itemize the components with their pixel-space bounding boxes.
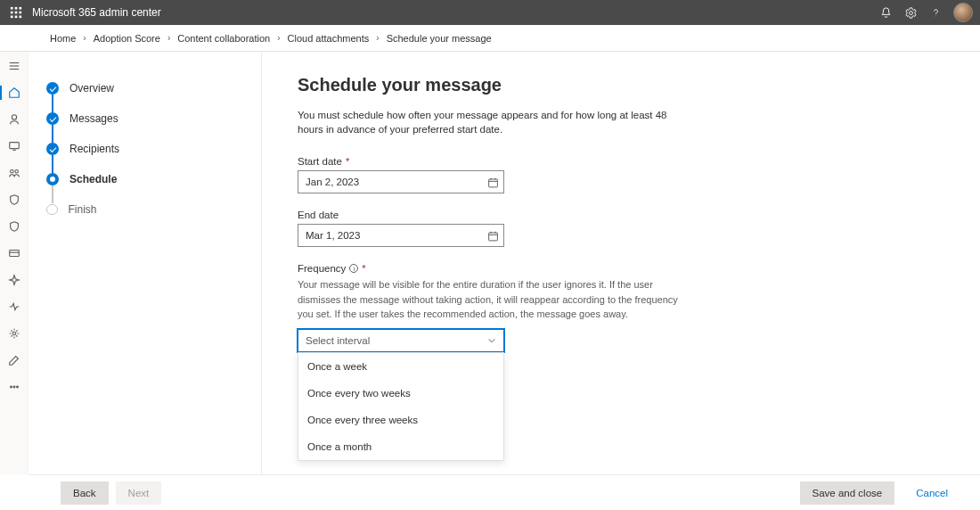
groups-icon[interactable] [7, 166, 21, 180]
breadcrumb-item[interactable]: Cloud attachments [288, 33, 370, 44]
next-button: Next [116, 481, 162, 505]
step-messages[interactable]: Messages [46, 103, 243, 134]
step-recipients[interactable]: Recipients [46, 134, 243, 164]
calendar-icon[interactable] [487, 177, 499, 188]
svg-rect-15 [9, 143, 19, 149]
svg-rect-29 [489, 233, 498, 241]
chevron-down-icon [487, 336, 496, 345]
shield-icon[interactable] [7, 193, 21, 207]
breadcrumb-item[interactable]: Adoption Score [94, 33, 160, 44]
start-date-input[interactable] [298, 170, 504, 193]
svg-rect-2 [20, 7, 22, 10]
spark-icon[interactable] [7, 273, 21, 287]
svg-point-22 [10, 386, 12, 388]
settings-icon[interactable] [900, 2, 921, 23]
frequency-select[interactable]: Select interval [298, 329, 504, 352]
page-description: You must schedule how often your message… [298, 108, 681, 136]
left-nav-rail [0, 52, 29, 474]
app-title: Microsoft 365 admin center [32, 6, 161, 19]
frequency-dropdown: Once a week Once every two weeks Once ev… [298, 352, 504, 461]
frequency-label: Frequency i * [298, 263, 944, 274]
svg-rect-19 [9, 251, 19, 257]
end-date-input[interactable] [298, 224, 504, 247]
billing-icon[interactable] [7, 246, 21, 260]
end-date-label: End date [298, 210, 944, 220]
save-and-close-button[interactable]: Save and close [800, 481, 895, 505]
back-button[interactable]: Back [61, 481, 109, 505]
cancel-link[interactable]: Cancel [916, 488, 948, 498]
devices-icon[interactable] [7, 139, 21, 153]
wizard-footer: Back Next Save and close Cancel [29, 474, 980, 510]
svg-point-14 [12, 115, 16, 119]
edit-icon[interactable] [7, 353, 21, 367]
hamburger-icon[interactable] [7, 59, 21, 73]
svg-point-18 [14, 170, 18, 174]
svg-rect-0 [11, 7, 13, 10]
user-avatar[interactable] [953, 3, 973, 22]
health-icon[interactable] [7, 300, 21, 314]
page-title: Schedule your message [298, 75, 944, 95]
shield-icon[interactable] [7, 219, 21, 234]
calendar-icon[interactable] [487, 230, 499, 242]
svg-rect-25 [489, 179, 498, 187]
svg-point-24 [16, 386, 18, 388]
frequency-option[interactable]: Once a month [298, 433, 503, 460]
svg-rect-5 [20, 12, 22, 14]
frequency-option[interactable]: Once every two weeks [298, 380, 503, 407]
frequency-help: Your message will be visible for the ent… [298, 277, 681, 322]
svg-rect-4 [15, 12, 18, 14]
step-overview[interactable]: Overview [46, 73, 243, 103]
frequency-option[interactable]: Once every three weeks [298, 407, 503, 433]
info-icon[interactable]: i [349, 264, 358, 273]
home-icon[interactable] [7, 86, 21, 100]
step-finish[interactable]: Finish [46, 194, 243, 225]
svg-rect-3 [11, 12, 13, 14]
settings-nav-icon[interactable] [7, 326, 21, 341]
svg-point-9 [909, 11, 912, 14]
users-icon[interactable] [7, 112, 21, 127]
app-launcher-icon[interactable] [7, 4, 25, 21]
svg-point-21 [12, 332, 16, 335]
breadcrumb-item[interactable]: Schedule your message [387, 33, 492, 44]
svg-point-10 [935, 15, 936, 16]
breadcrumb-item[interactable]: Content collaboration [177, 33, 270, 44]
step-schedule[interactable]: Schedule [46, 164, 243, 194]
svg-rect-1 [15, 7, 18, 10]
frequency-option[interactable]: Once a week [298, 353, 503, 380]
more-icon[interactable] [7, 380, 21, 394]
svg-rect-7 [15, 16, 18, 19]
wizard-steps: Overview Messages Recipients Schedule Fi… [29, 52, 262, 474]
svg-rect-6 [11, 16, 13, 19]
breadcrumb: Home› Adoption Score› Content collaborat… [0, 25, 980, 52]
breadcrumb-item[interactable]: Home [50, 33, 76, 44]
svg-point-17 [10, 170, 13, 174]
notifications-icon[interactable] [875, 2, 896, 23]
help-icon[interactable] [925, 2, 946, 23]
start-date-label: Start date * [298, 156, 944, 167]
svg-point-23 [13, 386, 15, 388]
svg-rect-8 [20, 16, 22, 19]
